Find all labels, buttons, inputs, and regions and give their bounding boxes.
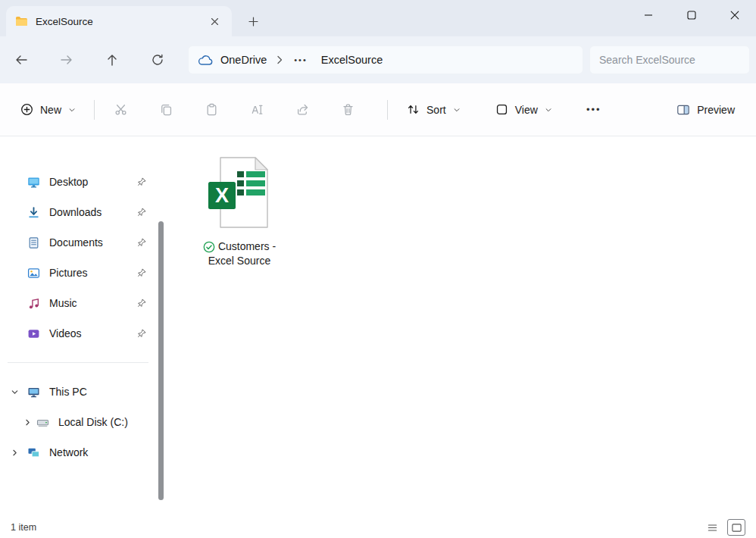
rename-button[interactable] [241, 96, 273, 124]
forward-button[interactable] [52, 46, 82, 74]
local-disk-icon [36, 416, 49, 429]
pin-icon [136, 237, 147, 248]
new-tab-button[interactable] [239, 6, 267, 36]
folder-icon [15, 16, 28, 27]
downloads-icon [27, 206, 40, 219]
sort-button[interactable]: Sort [398, 96, 470, 124]
tab-title: ExcelSource [36, 16, 205, 27]
sidebar-item-label: Documents [49, 236, 136, 249]
file-name-line1: Customers - [218, 239, 276, 254]
toolbar-separator [387, 100, 388, 120]
svg-text:X: X [215, 184, 229, 207]
plus-circle-icon [20, 103, 33, 116]
sidebar-item-desktop[interactable]: Desktop [2, 167, 155, 197]
view-button[interactable]: View [486, 96, 561, 124]
sidebar-separator [8, 362, 148, 363]
window-controls [626, 0, 756, 30]
up-button[interactable] [97, 46, 127, 74]
videos-icon [27, 327, 40, 340]
minimize-button[interactable] [626, 0, 670, 30]
breadcrumb: OneDrive ••• ExcelSource [188, 45, 583, 74]
command-toolbar: New Sort [0, 83, 756, 136]
sidebar-item-music[interactable]: Music [2, 288, 155, 318]
new-button-label: New [40, 104, 61, 116]
file-item-customers-excel-source[interactable]: X Customers - Excel Source [189, 152, 289, 274]
share-button[interactable] [286, 96, 318, 124]
onedrive-cloud-icon [198, 55, 214, 66]
scrollbar-thumb[interactable] [158, 221, 164, 500]
sidebar-item-label: Music [49, 297, 136, 309]
breadcrumb-chevron-icon[interactable] [276, 55, 283, 64]
sidebar-item-local-disk-c[interactable]: Local Disk (C:) [2, 407, 155, 437]
new-button[interactable]: New [12, 96, 84, 124]
sidebar-item-label: Downloads [49, 206, 136, 218]
breadcrumb-current[interactable]: ExcelSource [321, 54, 383, 66]
toolbar-separator [94, 100, 95, 120]
titlebar: ExcelSource [0, 0, 756, 36]
file-explorer-window: ExcelSource [0, 0, 756, 538]
file-name-line2: Excel Source [203, 254, 276, 268]
sort-button-label: Sort [426, 104, 446, 116]
pin-icon [136, 298, 147, 308]
search-input[interactable] [599, 54, 740, 66]
more-options-button[interactable]: ••• [578, 96, 610, 124]
search-box [589, 45, 750, 74]
sidebar-item-documents[interactable]: Documents [2, 227, 155, 258]
breadcrumb-onedrive-label: OneDrive [220, 54, 267, 66]
navigation-bar: OneDrive ••• ExcelSource [0, 36, 756, 83]
sidebar-item-label: Pictures [49, 267, 136, 279]
pin-icon [136, 207, 147, 217]
sidebar-item-label: Desktop [49, 176, 136, 188]
music-icon [27, 297, 40, 310]
preview-pane-icon [676, 104, 690, 116]
folder-content: X Customers - Excel Source [156, 136, 756, 517]
sort-icon [407, 103, 420, 116]
sidebar-item-label: Local Disk (C:) [58, 416, 155, 428]
file-name: Customers - Excel Source [203, 239, 276, 268]
desktop-icon [27, 176, 40, 189]
close-button[interactable] [713, 0, 756, 30]
sync-status-icon [203, 241, 215, 253]
chevron-right-icon[interactable] [2, 418, 36, 427]
view-button-label: View [515, 104, 538, 116]
back-button[interactable] [6, 46, 36, 74]
explorer-tab[interactable]: ExcelSource [6, 6, 232, 36]
sidebar-item-network[interactable]: Network [2, 437, 155, 468]
pin-icon [136, 328, 147, 339]
explorer-body: Desktop Downloads Do [0, 136, 756, 517]
breadcrumb-collapsed-button[interactable]: ••• [292, 52, 309, 67]
excel-file-icon: X [207, 155, 272, 230]
delete-button[interactable] [332, 96, 364, 124]
preview-button-label: Preview [697, 104, 735, 116]
breadcrumb-onedrive[interactable]: OneDrive [198, 54, 267, 66]
cut-button[interactable] [105, 96, 136, 124]
pictures-icon [27, 267, 40, 280]
refresh-button[interactable] [142, 46, 173, 74]
preview-button[interactable]: Preview [667, 96, 744, 124]
chevron-right-icon[interactable] [2, 449, 27, 457]
tab-close-button[interactable] [205, 11, 224, 31]
chevron-down-icon [545, 106, 552, 114]
paste-button[interactable] [195, 96, 227, 124]
chevron-down-icon [453, 106, 461, 114]
pin-icon [136, 267, 147, 278]
navigation-pane: Desktop Downloads Do [0, 136, 156, 517]
chevron-down-icon [68, 106, 76, 114]
pin-icon [136, 177, 147, 187]
sidebar-item-label: Videos [49, 327, 136, 339]
large-icons-view-button[interactable] [727, 519, 745, 536]
copy-button[interactable] [150, 96, 182, 124]
details-view-button[interactable] [703, 519, 721, 536]
network-icon [27, 446, 40, 459]
item-count: 1 item [11, 522, 36, 533]
sidebar-item-this-pc[interactable]: This PC [2, 377, 155, 407]
sidebar-item-downloads[interactable]: Downloads [2, 197, 155, 227]
chevron-down-icon[interactable] [2, 388, 27, 396]
maximize-button[interactable] [670, 0, 713, 30]
sidebar-item-pictures[interactable]: Pictures [2, 258, 155, 288]
sidebar-item-label: This PC [49, 386, 155, 398]
sidebar-scrollbar[interactable] [155, 139, 167, 514]
sidebar-item-videos[interactable]: Videos [2, 318, 155, 349]
status-bar: 1 item [0, 517, 756, 538]
view-icon [495, 103, 508, 116]
